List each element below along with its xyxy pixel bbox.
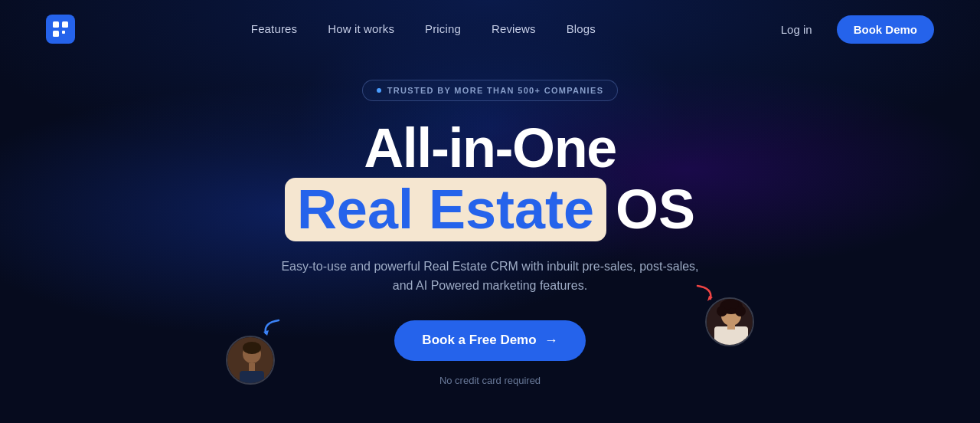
svg-marker-4 [263, 330, 269, 336]
svg-rect-9 [249, 363, 255, 371]
login-button[interactable]: Log in [772, 17, 822, 42]
nav-item-pricing[interactable]: Pricing [425, 22, 461, 36]
svg-marker-10 [707, 296, 713, 301]
highlight-text: Real Estate [297, 179, 594, 240]
trusted-dot [377, 88, 381, 93]
hero-section: TRUSTED BY MORE THAN 500+ COMPANIES All-… [0, 58, 980, 386]
no-credit-text: No credit card required [439, 375, 541, 386]
svg-rect-1 [62, 21, 68, 28]
logo-svg [52, 21, 69, 38]
nav-item-blogs[interactable]: Blogs [567, 22, 596, 36]
nav-item-how-it-works[interactable]: How it works [328, 22, 394, 36]
hero-title-line1: All-in-One [364, 120, 616, 178]
nav-item-reviews[interactable]: Reviews [492, 22, 536, 36]
avatar-right-container [705, 297, 754, 346]
os-text: OS [616, 179, 695, 240]
nav-link-blogs[interactable]: Blogs [567, 22, 596, 35]
nav-link-pricing[interactable]: Pricing [425, 22, 461, 35]
highlight-box: Real Estate [285, 178, 606, 241]
free-demo-button[interactable]: Book a Free Demo → [394, 320, 585, 361]
cta-wrapper: Book a Free Demo → [394, 320, 585, 372]
svg-rect-3 [62, 31, 65, 34]
nav-links: Features How it works Pricing Reviews Bl… [251, 22, 596, 36]
avatar-left-container [226, 336, 275, 385]
nav-link-how-it-works[interactable]: How it works [328, 22, 394, 35]
svg-rect-0 [53, 21, 59, 28]
nav-link-reviews[interactable]: Reviews [492, 22, 536, 35]
logo[interactable] [46, 15, 75, 44]
logo-icon [46, 15, 75, 44]
hero-subtitle: Easy-to-use and powerful Real Estate CRM… [276, 257, 704, 296]
arrow-decoration-right [694, 282, 717, 308]
arrow-left-icon [260, 316, 283, 339]
person-left-svg [227, 337, 275, 385]
trusted-badge: TRUSTED BY MORE THAN 500+ COMPANIES [362, 80, 619, 101]
avatar-person-left [226, 336, 275, 385]
trusted-text: TRUSTED BY MORE THAN 500+ COMPANIES [387, 86, 604, 95]
free-demo-label: Book a Free Demo [422, 333, 536, 348]
hero-title-line2: Real Estate OS [285, 178, 695, 241]
svg-point-19 [730, 300, 739, 309]
nav-item-features[interactable]: Features [251, 22, 297, 36]
arrow-right-icon [694, 282, 717, 305]
book-demo-button[interactable]: Book Demo [837, 15, 934, 44]
svg-rect-8 [240, 371, 264, 385]
navbar: Features How it works Pricing Reviews Bl… [0, 0, 980, 58]
nav-actions: Log in Book Demo [772, 15, 934, 44]
arrow-decoration-left [260, 316, 283, 343]
nav-link-features[interactable]: Features [251, 22, 297, 35]
cta-arrow: → [544, 333, 558, 349]
svg-rect-2 [53, 31, 59, 37]
svg-point-7 [243, 342, 261, 354]
